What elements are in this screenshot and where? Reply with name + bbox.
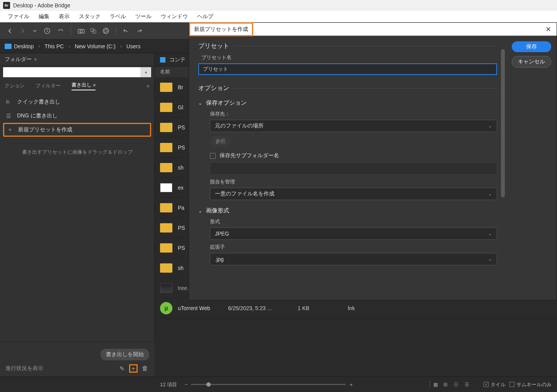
- menu-stack[interactable]: スタック: [74, 12, 105, 22]
- plus-icon: ＋: [7, 126, 14, 133]
- menu-help[interactable]: ヘルプ: [192, 12, 218, 22]
- dialog-scrollbar[interactable]: [501, 49, 505, 296]
- view-list-icon[interactable]: ☰: [462, 380, 472, 389]
- start-export-button[interactable]: 書き出しを開始: [100, 349, 149, 360]
- zoom-in-icon[interactable]: ＋: [349, 381, 354, 388]
- tile-checkbox[interactable]: ✓タイル: [484, 381, 506, 388]
- more-tabs-icon[interactable]: »: [146, 83, 150, 89]
- aperture-icon[interactable]: [101, 26, 111, 36]
- subfolder-input: [210, 162, 497, 175]
- folder-icon: [160, 223, 172, 232]
- menu-label[interactable]: ラベル: [105, 12, 131, 22]
- path-field-row: ▾: [0, 66, 154, 80]
- select-all-checkbox[interactable]: [160, 57, 165, 63]
- app-icon: Br: [3, 2, 10, 9]
- ext-select[interactable]: .jpg⌄: [210, 253, 497, 265]
- recent-button[interactable]: [42, 26, 52, 36]
- chevron-right-icon: ›: [38, 44, 40, 49]
- folder-panel-header[interactable]: フォルダー≡: [0, 53, 154, 66]
- path-input[interactable]: [3, 67, 140, 77]
- back-button[interactable]: [5, 26, 15, 36]
- conflict-select[interactable]: 一意のファイル名を作成⌄: [210, 188, 497, 200]
- table-row[interactable]: µ uTorrent Web 6/25/2023, 5:23 ... 1 KB …: [155, 298, 557, 318]
- zoom-out-icon[interactable]: −: [185, 382, 188, 387]
- thumb-only-checkbox[interactable]: サムネールのみ: [509, 381, 552, 388]
- dialog-content: プリセット プリセット名 オプション ⌄保存オプション 保存先： 元のファイルの…: [189, 36, 506, 300]
- chevron-down-icon: ⌄: [488, 231, 492, 236]
- image-format-header[interactable]: ⌄画像形式: [198, 207, 497, 214]
- folder-icon: [160, 203, 172, 212]
- left-tabs: クション フィルター 書き出し ≡ »: [0, 80, 154, 92]
- cancel-button[interactable]: キャンセル: [512, 56, 551, 68]
- undo-icon[interactable]: [121, 26, 131, 36]
- dialog-titlebar: 新規プリセットを作成 ✕: [189, 23, 557, 36]
- hamburger-icon[interactable]: ≡: [34, 57, 37, 62]
- preset-section-title: プリセット: [198, 42, 497, 50]
- export-hint: 書き出すプリセットに画像をドラッグ＆ドロップ: [3, 148, 151, 156]
- add-preset-icon[interactable]: ＋: [129, 364, 138, 373]
- folder-icon: [160, 83, 172, 92]
- dng-export-item[interactable]: ☰DNG に書き出し: [3, 109, 151, 123]
- folder-icon: [160, 123, 172, 132]
- refine-icon[interactable]: [89, 26, 99, 36]
- save-dest-select[interactable]: 元のファイルの場所⌄: [210, 120, 497, 132]
- content-tab-label[interactable]: コンテ: [169, 56, 186, 63]
- boomerang-icon[interactable]: [56, 26, 66, 36]
- quick-export-item[interactable]: ⎘クイック書き出し: [3, 95, 151, 109]
- progress-label[interactable]: 進行状況を表示: [5, 365, 114, 372]
- checkbox-icon: [210, 153, 216, 159]
- breadcrumb-users[interactable]: Users: [126, 43, 141, 49]
- export-list: ⎘クイック書き出し ☰DNG に書き出し ＋新規プリセットを作成 書き出すプリセ…: [0, 92, 154, 160]
- new-preset-item[interactable]: ＋新規プリセットを作成: [3, 123, 151, 137]
- breadcrumb-thispc[interactable]: This PC: [44, 43, 64, 49]
- slider-thumb[interactable]: [206, 382, 211, 387]
- format-label: 形式: [210, 218, 497, 225]
- subfolder-checkbox[interactable]: 保存先サブフォルダー名: [210, 152, 497, 159]
- chevron-right-icon: ›: [120, 44, 122, 49]
- chevron-down-icon: ⌄: [488, 123, 492, 129]
- chevron-down-icon: ⌄: [488, 191, 492, 197]
- conflict-label: 競合を管理: [210, 178, 497, 185]
- tab-export[interactable]: 書き出し ≡: [72, 81, 95, 90]
- chevron-right-icon: ›: [68, 44, 70, 49]
- thumbnail-slider[interactable]: − ＋: [185, 381, 420, 388]
- camera-icon[interactable]: [76, 26, 86, 36]
- tab-collection[interactable]: クション: [5, 82, 25, 89]
- file-icon: [160, 183, 172, 192]
- image-icon: [160, 283, 172, 293]
- folder-icon: [160, 103, 172, 112]
- menu-edit[interactable]: 編集: [34, 12, 54, 22]
- new-preset-dialog: 新規プリセットを作成 ✕ プリセット プリセット名 オプション ⌄保存オプション…: [189, 22, 557, 300]
- left-panel: フォルダー≡ ▾ クション フィルター 書き出し ≡ » ⎘クイック書き出し ☰…: [0, 53, 155, 377]
- preset-name-input[interactable]: [198, 63, 497, 75]
- browse-button[interactable]: 参照: [210, 136, 231, 147]
- trash-icon[interactable]: 🗑: [141, 364, 149, 373]
- view-detail-icon[interactable]: ☷: [451, 380, 461, 389]
- view-thumb-icon[interactable]: ⊞: [440, 380, 450, 389]
- save-dest-label: 保存先：: [210, 110, 497, 117]
- forward-button[interactable]: [17, 26, 27, 36]
- tab-filter[interactable]: フィルター: [36, 82, 61, 89]
- menu-file[interactable]: ファイル: [3, 12, 34, 22]
- redo-icon[interactable]: [134, 26, 144, 36]
- menu-window[interactable]: ウィンドウ: [156, 12, 192, 22]
- menu-tools[interactable]: ツール: [131, 12, 156, 22]
- item-count: 12 項目: [160, 381, 177, 388]
- window-title: Desktop - Adobe Bridge: [13, 2, 70, 8]
- breadcrumb-volume[interactable]: New Volume (C:): [75, 43, 116, 49]
- save-button[interactable]: 保存: [512, 41, 551, 52]
- view-grid-icon[interactable]: ▦: [429, 380, 439, 389]
- folder-icon: [160, 143, 172, 152]
- dialog-buttons: 保存 キャンセル: [506, 36, 557, 300]
- format-select[interactable]: JPEG⌄: [210, 227, 497, 240]
- edit-icon[interactable]: ✎: [118, 364, 126, 373]
- close-icon[interactable]: ✕: [540, 25, 557, 34]
- menu-view[interactable]: 表示: [54, 12, 74, 22]
- ext-label: 拡張子: [210, 244, 497, 251]
- path-dropdown-icon[interactable]: ▾: [140, 67, 151, 77]
- breadcrumb-desktop[interactable]: Desktop: [5, 43, 34, 49]
- save-options-header[interactable]: ⌄保存オプション: [198, 99, 497, 107]
- utorrent-icon: µ: [160, 302, 172, 314]
- col-name[interactable]: 名前: [160, 68, 170, 75]
- parent-button[interactable]: [30, 26, 40, 36]
